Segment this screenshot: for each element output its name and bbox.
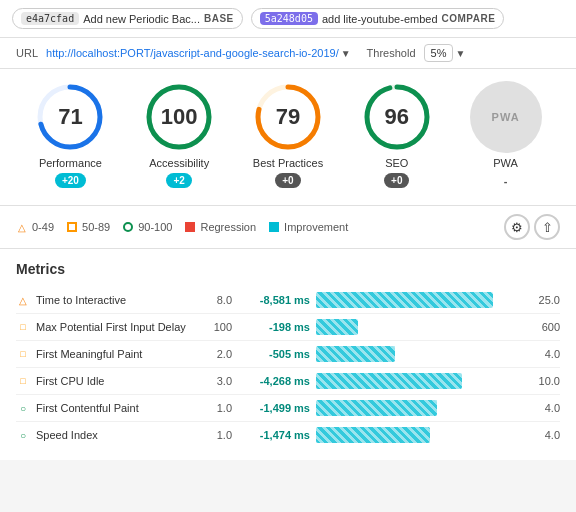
score-delta-best-practices: +0: [275, 173, 300, 188]
metric-icon-max-potential-fid: □: [16, 322, 30, 332]
legend-improvement: Improvement: [268, 221, 348, 233]
triangle-icon: △: [16, 221, 28, 233]
scores-grid: 71 Performance +20 100 Accessibility +2 …: [16, 81, 560, 189]
url-link[interactable]: http://localhost:PORT/javascript-and-goo…: [46, 47, 339, 59]
metric-base-first-contentful-paint: 1.0: [202, 402, 232, 414]
base-commit-badge[interactable]: e4a7cfad Add new Periodic Bac... BASE: [12, 8, 243, 29]
base-commit-text: Add new Periodic Bac...: [83, 13, 200, 25]
legend-50-89: 50-89: [66, 221, 110, 233]
metric-icon-first-contentful-paint: ○: [16, 403, 30, 414]
metric-bar-max-potential-fid: [316, 319, 358, 335]
base-label: BASE: [204, 13, 234, 24]
score-accessibility: 100 Accessibility +2: [143, 81, 215, 188]
score-best-practices: 79 Best Practices +0: [252, 81, 324, 188]
share-icon[interactable]: ⇧: [534, 214, 560, 240]
metric-threshold-speed-index: 4.0: [530, 429, 560, 441]
score-value-performance: 71: [58, 104, 82, 130]
score-circle-accessibility: 100: [143, 81, 215, 153]
metric-bar-time-to-interactive: [316, 292, 493, 308]
square-icon: [66, 221, 78, 233]
score-label-best-practices: Best Practices: [253, 157, 323, 169]
metric-name-time-to-interactive: Time to Interactive: [36, 294, 196, 306]
metric-icon-first-meaningful-paint: □: [16, 349, 30, 359]
score-value-seo: 96: [385, 104, 409, 130]
metric-bar-container-time-to-interactive: [316, 292, 524, 308]
url-bar: URL http://localhost:PORT/javascript-and…: [0, 38, 576, 69]
metric-threshold-first-contentful-paint: 4.0: [530, 402, 560, 414]
metric-delta-time-to-interactive: -8,581 ms: [238, 294, 310, 306]
legend-regression: Regression: [184, 221, 256, 233]
scores-section: 71 Performance +20 100 Accessibility +2 …: [0, 69, 576, 206]
metric-row-first-cpu-idle: □ First CPU Idle 3.0 -4,268 ms 10.0: [16, 368, 560, 395]
metric-name-max-potential-fid: Max Potential First Input Delay: [36, 321, 196, 333]
compare-commit-badge[interactable]: 5a248d05 add lite-youtube-embed COMPARE: [251, 8, 505, 29]
legend-items: △ 0-49 50-89 90-100 Regression Improveme…: [16, 221, 348, 233]
metric-row-speed-index: ○ Speed Index 1.0 -1,474 ms 4.0: [16, 422, 560, 448]
metric-row-first-contentful-paint: ○ First Contentful Paint 1.0 -1,499 ms 4…: [16, 395, 560, 422]
score-delta-pwa: -: [497, 173, 515, 189]
score-label-accessibility: Accessibility: [149, 157, 209, 169]
metric-delta-first-contentful-paint: -1,499 ms: [238, 402, 310, 414]
metric-name-first-contentful-paint: First Contentful Paint: [36, 402, 196, 414]
legend-50-89-label: 50-89: [82, 221, 110, 233]
score-value-accessibility: 100: [161, 104, 198, 130]
metric-threshold-time-to-interactive: 25.0: [530, 294, 560, 306]
url-label: URL: [16, 47, 38, 59]
metric-row-first-meaningful-paint: □ First Meaningful Paint 2.0 -505 ms 4.0: [16, 341, 560, 368]
action-icons-group: ⚙ ⇧: [504, 214, 560, 240]
threshold-dropdown-arrow[interactable]: ▼: [455, 48, 465, 59]
metric-base-speed-index: 1.0: [202, 429, 232, 441]
metric-name-first-meaningful-paint: First Meaningful Paint: [36, 348, 196, 360]
compare-label: COMPARE: [442, 13, 496, 24]
score-delta-accessibility: +2: [166, 173, 191, 188]
metric-delta-max-potential-fid: -198 ms: [238, 321, 310, 333]
metric-bar-container-max-potential-fid: [316, 319, 524, 335]
metric-delta-speed-index: -1,474 ms: [238, 429, 310, 441]
legend-90-100: 90-100: [122, 221, 172, 233]
score-circle-best-practices: 79: [252, 81, 324, 153]
threshold-value: 5%: [424, 44, 454, 62]
circle-icon: [122, 221, 134, 233]
metric-bar-container-first-cpu-idle: [316, 373, 524, 389]
metric-icon-speed-index: ○: [16, 430, 30, 441]
metric-delta-first-meaningful-paint: -505 ms: [238, 348, 310, 360]
score-delta-performance: +20: [55, 173, 86, 188]
metrics-rows: △ Time to Interactive 8.0 -8,581 ms 25.0…: [16, 287, 560, 448]
metric-threshold-first-meaningful-paint: 4.0: [530, 348, 560, 360]
score-value-best-practices: 79: [276, 104, 300, 130]
settings-icon[interactable]: ⚙: [504, 214, 530, 240]
metric-bar-first-meaningful-paint: [316, 346, 395, 362]
compare-hash: 5a248d05: [260, 12, 318, 25]
metric-row-time-to-interactive: △ Time to Interactive 8.0 -8,581 ms 25.0: [16, 287, 560, 314]
metrics-title: Metrics: [16, 261, 560, 277]
top-bar: e4a7cfad Add new Periodic Bac... BASE 5a…: [0, 0, 576, 38]
pwa-circle: PWA: [470, 81, 542, 153]
score-pwa: PWA PWA -: [470, 81, 542, 189]
metrics-section: Metrics △ Time to Interactive 8.0 -8,581…: [0, 249, 576, 460]
url-dropdown-arrow[interactable]: ▼: [341, 48, 351, 59]
metric-threshold-max-potential-fid: 600: [530, 321, 560, 333]
score-label-pwa: PWA: [493, 157, 518, 169]
score-label-seo: SEO: [385, 157, 408, 169]
legend-0-49: △ 0-49: [16, 221, 54, 233]
score-delta-seo: +0: [384, 173, 409, 188]
metric-base-time-to-interactive: 8.0: [202, 294, 232, 306]
legend-0-49-label: 0-49: [32, 221, 54, 233]
score-performance: 71 Performance +20: [34, 81, 106, 188]
metric-bar-first-cpu-idle: [316, 373, 462, 389]
score-circle-performance: 71: [34, 81, 106, 153]
score-seo: 96 SEO +0: [361, 81, 433, 188]
metric-bar-container-speed-index: [316, 427, 524, 443]
improvement-icon: [268, 221, 280, 233]
metric-delta-first-cpu-idle: -4,268 ms: [238, 375, 310, 387]
compare-commit-text: add lite-youtube-embed: [322, 13, 438, 25]
threshold-label: Threshold: [367, 47, 416, 59]
score-label-performance: Performance: [39, 157, 102, 169]
metric-icon-time-to-interactive: △: [16, 295, 30, 306]
metric-row-max-potential-fid: □ Max Potential First Input Delay 100 -1…: [16, 314, 560, 341]
metric-bar-container-first-meaningful-paint: [316, 346, 524, 362]
metric-bar-first-contentful-paint: [316, 400, 437, 416]
legend-regression-label: Regression: [200, 221, 256, 233]
metric-icon-first-cpu-idle: □: [16, 376, 30, 386]
legend-improvement-label: Improvement: [284, 221, 348, 233]
